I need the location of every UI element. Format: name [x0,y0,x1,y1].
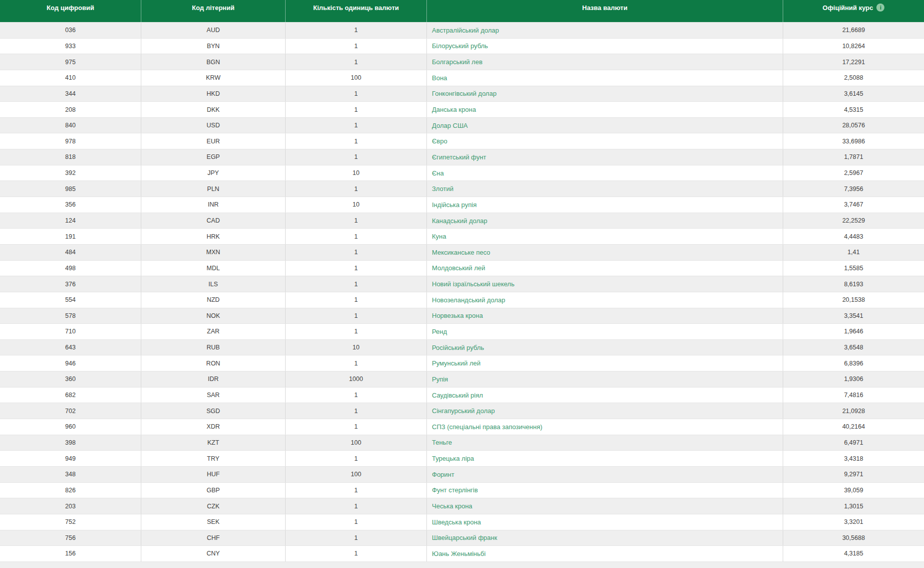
table-row: 124 CAD 1 Канадський долар 22,2529 [0,213,924,229]
units-cell: 100 [286,435,427,451]
table-row: 818 EGP 1 Єгипетський фунт 1,7871 [0,149,924,165]
units-cell: 1 [286,388,427,403]
numeric-code-cell: 124 [0,213,141,229]
currency-name-link[interactable]: Канадський долар [432,217,487,225]
units-cell: 1 [286,118,427,133]
currency-name-link[interactable]: Австралійський долар [432,27,499,34]
currency-name-link[interactable]: Євро [432,137,447,145]
units-cell: 1 [286,261,427,276]
currency-name-link[interactable]: Рупія [432,375,448,383]
currency-name-link[interactable]: Чеська крона [432,502,473,510]
units-cell: 1 [286,514,427,530]
currency-name-link[interactable]: Новий ізраїльський шекель [432,280,515,288]
currency-name-cell: Шведська крона [427,514,783,530]
currency-name-link[interactable]: Російський рубль [432,344,484,351]
letter-code-cell: SAR [141,388,286,403]
units-cell: 100 [286,467,427,482]
units-cell: 1 [286,245,427,260]
info-icon[interactable]: i [876,4,884,12]
table-row: 578 NOK 1 Норвезька крона 3,3541 [0,308,924,324]
currency-name-link[interactable]: Данська крона [432,106,476,113]
table-row: 682 SAR 1 Саудівський ріял 7,4816 [0,388,924,404]
letter-code-cell: XDR [141,419,286,435]
column-header-label: Кількість одиниць валюти [313,4,399,12]
column-header-label: Код цифровий [47,4,94,12]
numeric-code-cell: 208 [0,102,141,117]
table-row: 410 KRW 100 Вона 2,5088 [0,70,924,86]
numeric-code-cell: 554 [0,292,141,308]
official-rate-cell: 39,059 [783,483,924,498]
currency-name-link[interactable]: Індійська рупія [432,201,477,209]
currency-name-link[interactable]: Ренд [432,328,447,335]
currency-name-link[interactable]: Румунський лей [432,359,481,367]
currency-name-link[interactable]: Злотий [432,185,453,193]
table-row: 949 TRY 1 Турецька ліра 3,4318 [0,451,924,467]
currency-name-link[interactable]: Форинт [432,471,454,478]
units-cell: 1 [286,181,427,197]
currency-name-link[interactable]: Фунт стерлінгів [432,486,478,494]
currency-name-link[interactable]: Новозеландський долар [432,296,505,304]
units-cell: 1 [286,546,427,561]
numeric-code-cell: 949 [0,451,141,466]
currency-name-cell: Куна [427,229,783,244]
numeric-code-cell: 710 [0,324,141,339]
currency-name-link[interactable]: Саудівський ріял [432,392,483,399]
official-rate-cell: 40,2164 [783,419,924,435]
letter-code-cell: CAD [141,213,286,229]
currency-name-cell: Теньге [427,435,783,451]
currency-name-link[interactable]: Норвезька крона [432,312,483,319]
currency-name-cell: Російський рубль [427,340,783,355]
currency-name-cell: Швейцарський франк [427,530,783,546]
numeric-code-cell: 156 [0,546,141,561]
units-cell: 1 [286,23,427,38]
table-row: 826 GBP 1 Фунт стерлінгів 39,059 [0,483,924,499]
letter-code-cell: NOK [141,308,286,324]
table-row: 398 KZT 100 Теньге 6,4971 [0,435,924,451]
currency-name-link[interactable]: Турецька ліра [432,455,474,462]
currency-name-link[interactable]: Мексиканське песо [432,249,490,256]
currency-name-link[interactable]: Молдовський лей [432,264,485,272]
numeric-code-cell: 946 [0,355,141,371]
letter-code-cell: CNY [141,546,286,561]
table-body: 036 AUD 1 Австралійський долар 21,6689 9… [0,23,924,562]
currency-name-link[interactable]: Швейцарський франк [432,534,497,541]
column-header-label: Офіційний курс [823,4,873,12]
table-row: 933 BYN 1 Білоруський рубль 10,8264 [0,39,924,55]
numeric-code-cell: 643 [0,340,141,355]
currency-name-link[interactable]: Вона [432,74,447,82]
letter-code-cell: RON [141,355,286,371]
official-rate-cell: 8,6193 [783,276,924,292]
currency-name-link[interactable]: Шведська крона [432,518,481,526]
numeric-code-cell: 702 [0,403,141,419]
currency-name-link[interactable]: Білоруський рубль [432,42,488,50]
official-rate-cell: 7,4816 [783,388,924,403]
currency-name-cell: Долар США [427,118,783,133]
column-header-currency-name: Назва валюти [427,0,783,22]
units-cell: 1 [286,292,427,308]
currency-name-link[interactable]: Теньге [432,439,452,446]
official-rate-cell: 6,4971 [783,435,924,451]
currency-name-link[interactable]: Долар США [432,122,468,129]
currency-name-link[interactable]: Юань Женьміньбі [432,550,486,557]
letter-code-cell: KRW [141,70,286,86]
official-rate-cell: 10,8264 [783,39,924,54]
letter-code-cell: KZT [141,435,286,451]
letter-code-cell: CZK [141,498,286,514]
currency-name-cell: Білоруський рубль [427,39,783,54]
currency-name-link[interactable]: Куна [432,233,446,240]
letter-code-cell: PLN [141,181,286,197]
currency-name-link[interactable]: Єна [432,169,444,177]
currency-name-link[interactable]: СПЗ (спеціальні права запозичення) [432,423,542,431]
currency-name-cell: Новий ізраїльський шекель [427,276,783,292]
currency-name-link[interactable]: Болгарський лев [432,58,483,66]
official-rate-cell: 22,2529 [783,213,924,229]
official-rate-cell: 1,41 [783,245,924,260]
numeric-code-cell: 398 [0,435,141,451]
units-cell: 1 [286,419,427,435]
official-rate-cell: 3,7467 [783,197,924,213]
letter-code-cell: EUR [141,133,286,149]
currency-name-link[interactable]: Гонконгівський долар [432,90,497,97]
currency-name-link[interactable]: Сінгапурський долар [432,407,495,415]
currency-name-link[interactable]: Єгипетський фунт [432,153,486,161]
currency-name-cell: Гонконгівський долар [427,86,783,102]
